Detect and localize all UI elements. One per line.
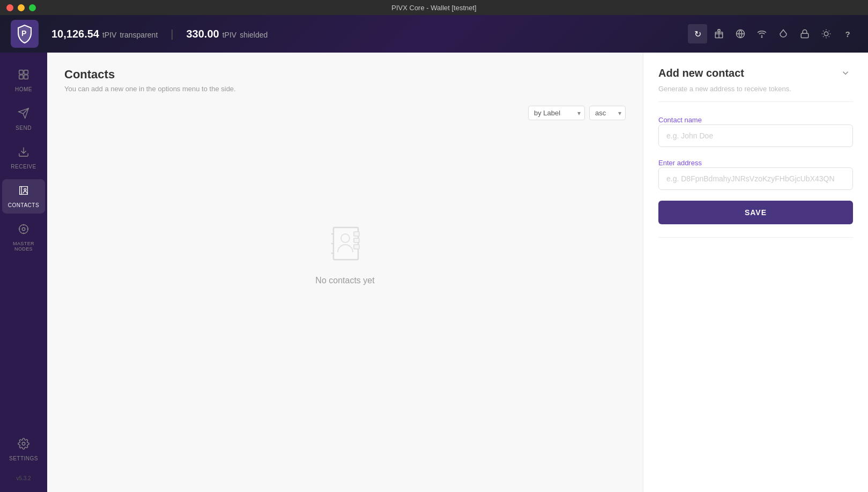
sort-bar: by Label by Address asc desc xyxy=(64,106,626,120)
panel-description: Generate a new address to receive tokens… xyxy=(658,85,853,102)
version-label: v5.3.2 xyxy=(16,475,31,481)
sidebar-item-masternodes[interactable]: MASTERNODES xyxy=(2,218,45,256)
enter-address-label: Enter address xyxy=(658,159,702,167)
sidebar-item-receive[interactable]: RECEIVE xyxy=(2,141,45,175)
transparent-label: transparent xyxy=(120,31,158,39)
panel-header: Add new contact xyxy=(658,65,853,80)
send-label: SEND xyxy=(16,125,32,131)
svg-line-13 xyxy=(823,36,824,37)
svg-rect-29 xyxy=(354,245,359,249)
send-icon xyxy=(18,107,29,122)
svg-point-23 xyxy=(22,227,25,231)
page-subtitle: You can add a new one in the options men… xyxy=(64,85,626,93)
svg-rect-28 xyxy=(354,238,359,243)
contacts-label: CONTACTS xyxy=(8,202,39,208)
page-title: Contacts xyxy=(64,68,626,82)
settings-icon xyxy=(18,438,29,452)
svg-rect-15 xyxy=(19,70,23,74)
wifi-icon[interactable] xyxy=(752,24,771,43)
sidebar-item-send[interactable]: SEND xyxy=(2,102,45,136)
receive-icon xyxy=(18,146,29,160)
title-bar: PIVX Core - Wallet [testnet] xyxy=(0,0,868,15)
refresh-icon[interactable]: ↻ xyxy=(688,24,707,43)
logo: P xyxy=(11,20,39,48)
sort-order-select[interactable]: asc desc xyxy=(589,106,626,120)
svg-point-25 xyxy=(22,442,25,445)
svg-rect-18 xyxy=(24,75,28,79)
sort-by-wrapper[interactable]: by Label by Address xyxy=(528,106,585,120)
empty-state-text: No contacts yet xyxy=(315,276,374,285)
transparent-balance: 10,126.54 tPIV transparent xyxy=(51,28,158,40)
contacts-icon xyxy=(18,185,29,199)
balance-divider: | xyxy=(170,28,173,40)
contact-name-label: Contact name xyxy=(658,116,702,124)
drop-icon[interactable] xyxy=(774,24,793,43)
sort-order-wrapper[interactable]: asc desc xyxy=(589,106,626,120)
svg-rect-17 xyxy=(19,75,23,79)
shielded-currency: tPIV xyxy=(222,31,236,39)
window-title: PIVX Core - Wallet [testnet] xyxy=(391,4,476,12)
add-contact-panel: Add new contact Generate a new address t… xyxy=(643,53,868,492)
svg-rect-16 xyxy=(24,70,28,74)
main-layout: HOME SEND RECEIVE xyxy=(0,53,868,492)
shielded-balance: 330.00 tPIV shielded xyxy=(186,28,268,40)
sidebar-item-settings[interactable]: SETTINGS xyxy=(2,432,45,467)
masternodes-icon xyxy=(18,223,29,238)
svg-line-14 xyxy=(829,31,829,31)
svg-rect-5 xyxy=(801,33,808,38)
sort-by-select[interactable]: by Label by Address xyxy=(528,106,585,120)
maximize-button[interactable] xyxy=(29,4,36,11)
panel-title: Add new contact xyxy=(658,67,744,79)
transparent-amount: 10,126.54 xyxy=(51,28,99,40)
close-button[interactable] xyxy=(6,4,13,11)
header-icons: ↻ xyxy=(688,24,857,43)
svg-rect-27 xyxy=(354,232,359,236)
sidebar: HOME SEND RECEIVE xyxy=(0,53,47,492)
svg-point-6 xyxy=(824,32,828,36)
svg-point-4 xyxy=(761,36,762,38)
content-area: Contacts You can add a new one in the op… xyxy=(47,53,868,492)
contact-name-input[interactable] xyxy=(658,124,853,147)
brightness-icon[interactable] xyxy=(817,24,836,43)
receive-label: RECEIVE xyxy=(11,164,36,170)
contacts-main-panel: Contacts You can add a new one in the op… xyxy=(47,53,643,492)
transparent-currency: tPIV xyxy=(102,31,116,39)
home-icon xyxy=(18,69,29,83)
minimize-button[interactable] xyxy=(18,4,25,11)
settings-label: SETTINGS xyxy=(9,456,38,461)
window-controls xyxy=(6,4,36,11)
shielded-label: shielded xyxy=(240,31,268,39)
empty-contacts-icon xyxy=(324,222,367,265)
empty-state: No contacts yet xyxy=(64,131,626,377)
enter-address-input[interactable] xyxy=(658,167,853,190)
header: P 10,126.54 tPIV transparent | 330.00 tP… xyxy=(0,15,868,53)
sidebar-item-contacts[interactable]: CONTACTS xyxy=(2,179,45,214)
gift-icon[interactable] xyxy=(709,24,729,43)
network-icon[interactable] xyxy=(731,24,750,43)
svg-line-9 xyxy=(823,31,824,31)
sidebar-item-home[interactable]: HOME xyxy=(2,63,45,98)
help-icon[interactable]: ? xyxy=(838,24,857,43)
home-label: HOME xyxy=(15,86,32,92)
panel-collapse-button[interactable] xyxy=(838,65,853,80)
shielded-amount: 330.00 xyxy=(186,28,219,40)
balance-section: 10,126.54 tPIV transparent | 330.00 tPIV… xyxy=(51,28,688,40)
svg-text:P: P xyxy=(21,29,26,38)
svg-point-22 xyxy=(24,188,26,190)
save-button[interactable]: SAVE xyxy=(658,201,853,224)
masternodes-label: MASTERNODES xyxy=(13,241,34,252)
svg-point-24 xyxy=(19,224,28,233)
lock-icon[interactable] xyxy=(795,24,814,43)
panel-divider xyxy=(658,237,853,238)
svg-line-10 xyxy=(829,36,829,37)
